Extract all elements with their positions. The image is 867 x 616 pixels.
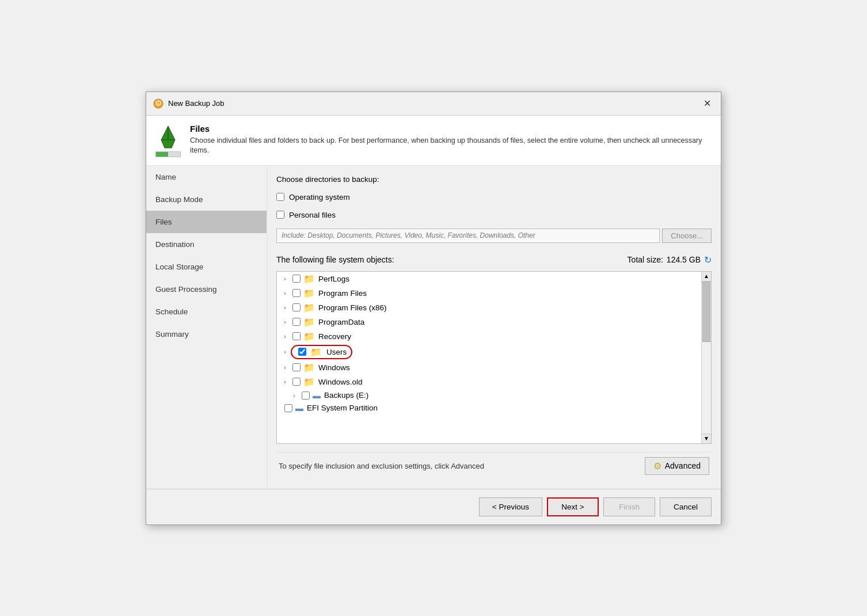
tree-label: PerfLogs: [318, 275, 349, 283]
personal-files-input[interactable]: [276, 229, 660, 243]
close-button[interactable]: ✕: [700, 97, 714, 111]
scroll-up-arrow[interactable]: ▲: [702, 272, 711, 282]
scroll-thumb[interactable]: [702, 282, 710, 343]
next-button[interactable]: Next >: [547, 497, 599, 516]
progress-bar: [155, 151, 181, 157]
progress-bar-fill: [156, 152, 168, 157]
file-system-header: The following file system objects: Total…: [276, 254, 712, 265]
tree-item-efi[interactable]: ▬ EFI System Partition: [277, 402, 711, 415]
folder-icon: 📁: [303, 377, 315, 387]
total-size-value: 124.5 GB: [667, 255, 701, 264]
folder-icon: 📁: [303, 302, 315, 313]
svg-marker-4: [161, 140, 175, 148]
efi-checkbox[interactable]: [284, 404, 292, 412]
tree-item-users[interactable]: › 📁 Users: [277, 344, 711, 360]
title-bar-left: ⚙ New Backup Job: [153, 98, 225, 109]
tree-item-program-files[interactable]: › 📁 Program Files: [277, 286, 711, 301]
scrollbar-track[interactable]: ▲ ▼: [701, 272, 711, 443]
tree-item-programdata[interactable]: › 📁 ProgramData: [277, 315, 711, 329]
tree-item-backups[interactable]: › ▬ Backups (E:): [277, 389, 711, 402]
expand-icon[interactable]: ›: [280, 348, 290, 355]
expand-icon[interactable]: ›: [280, 318, 290, 325]
header-description: Choose individual files and folders to b…: [190, 136, 712, 156]
svg-text:⚙: ⚙: [155, 98, 162, 108]
sidebar: Name Backup Mode Files Destination Local…: [146, 166, 267, 489]
folder-icon: 📁: [303, 331, 315, 342]
tree-container[interactable]: › 📁 PerfLogs › 📁 Program Files › 📁 Progr…: [276, 271, 712, 444]
sidebar-item-files[interactable]: Files: [146, 211, 267, 233]
expand-icon[interactable]: ›: [280, 364, 290, 371]
sidebar-item-name[interactable]: Name: [146, 166, 267, 188]
folder-icon: 📁: [303, 273, 315, 284]
tree-label: ProgramData: [318, 318, 364, 326]
windows-checkbox[interactable]: [292, 363, 301, 371]
sidebar-item-summary[interactable]: Summary: [146, 323, 267, 345]
os-checkbox-row: Operating system: [276, 193, 712, 201]
tree-label: Program Files: [318, 289, 367, 298]
os-checkbox[interactable]: [276, 193, 284, 201]
tree-item-program-files-x86[interactable]: › 📁 Program Files (x86): [277, 301, 711, 315]
personal-checkbox-label: Personal files: [289, 211, 336, 219]
gear-icon: ⚙: [653, 461, 661, 471]
total-size: Total size: 124.5 GB ↻: [628, 254, 712, 265]
expand-icon[interactable]: ›: [280, 290, 290, 296]
files-arrow-icon: [155, 124, 181, 149]
advanced-button-label: Advanced: [665, 461, 701, 470]
expand-icon[interactable]: ›: [290, 392, 299, 399]
refresh-icon[interactable]: ↻: [704, 254, 712, 265]
folder-icon: 📁: [310, 347, 322, 358]
finish-button[interactable]: Finish: [603, 497, 655, 516]
os-checkbox-label: Operating system: [289, 193, 350, 201]
expand-icon[interactable]: ›: [280, 378, 290, 385]
tree-label: Backups (E:): [324, 391, 368, 400]
advanced-button[interactable]: ⚙ Advanced: [645, 457, 709, 475]
total-size-label: Total size:: [628, 255, 663, 264]
tree-item-recovery[interactable]: › 📁 Recovery: [277, 329, 711, 344]
cancel-button[interactable]: Cancel: [660, 497, 712, 516]
program-files-checkbox[interactable]: [292, 289, 301, 297]
program-files-x86-checkbox[interactable]: [292, 303, 301, 311]
file-system-label: The following file system objects:: [276, 255, 394, 264]
advanced-section: To specify file inclusion and exclusion …: [276, 452, 712, 480]
choose-button[interactable]: Choose...: [662, 229, 712, 243]
drive-icon: ▬: [313, 391, 321, 400]
header-text: Files Choose individual files and folder…: [190, 124, 712, 156]
sidebar-item-schedule[interactable]: Schedule: [146, 301, 267, 323]
dialog-title: New Backup Job: [168, 99, 225, 108]
content-area: Choose directories to backup: Operating …: [267, 166, 721, 489]
recovery-checkbox[interactable]: [292, 332, 301, 340]
expand-icon[interactable]: ›: [280, 275, 290, 282]
perflogs-checkbox[interactable]: [292, 275, 301, 283]
footer: < Previous Next > Finish Cancel: [146, 489, 721, 524]
choose-label: Choose directories to backup:: [276, 175, 712, 184]
tree-label: Windows.old: [318, 378, 363, 386]
scroll-thumb-area: [702, 282, 711, 434]
folder-icon: 📁: [303, 317, 315, 328]
tree-label: EFI System Partition: [307, 404, 378, 412]
tree-label: Program Files (x86): [318, 303, 387, 312]
windows-old-checkbox[interactable]: [292, 378, 301, 386]
previous-button[interactable]: < Previous: [479, 497, 542, 516]
users-checkbox[interactable]: [298, 348, 306, 356]
scroll-down-arrow[interactable]: ▼: [702, 434, 711, 443]
tree-item-windows-old[interactable]: › 📁 Windows.old: [277, 375, 711, 389]
backups-checkbox[interactable]: [302, 391, 310, 400]
personal-checkbox[interactable]: [276, 211, 284, 219]
drive-icon: ▬: [295, 404, 303, 413]
svg-marker-2: [161, 126, 168, 140]
personal-checkbox-row: Personal files: [276, 211, 712, 219]
sidebar-item-backup-mode[interactable]: Backup Mode: [146, 188, 267, 211]
expand-icon[interactable]: ›: [280, 304, 290, 311]
header-title: Files: [190, 124, 712, 134]
tree-label: Windows: [318, 363, 350, 372]
tree-label: Recovery: [318, 332, 351, 341]
expand-icon[interactable]: ›: [280, 333, 290, 340]
programdata-checkbox[interactable]: [292, 318, 301, 326]
tree-item-perflogs[interactable]: › 📁 PerfLogs: [277, 272, 711, 286]
header-section: Files Choose individual files and folder…: [146, 116, 721, 166]
tree-item-windows[interactable]: › 📁 Windows: [277, 360, 711, 375]
sidebar-item-destination[interactable]: Destination: [146, 233, 267, 256]
sidebar-item-guest-processing[interactable]: Guest Processing: [146, 278, 267, 301]
header-icon-area: [155, 124, 181, 157]
sidebar-item-local-storage[interactable]: Local Storage: [146, 256, 267, 278]
